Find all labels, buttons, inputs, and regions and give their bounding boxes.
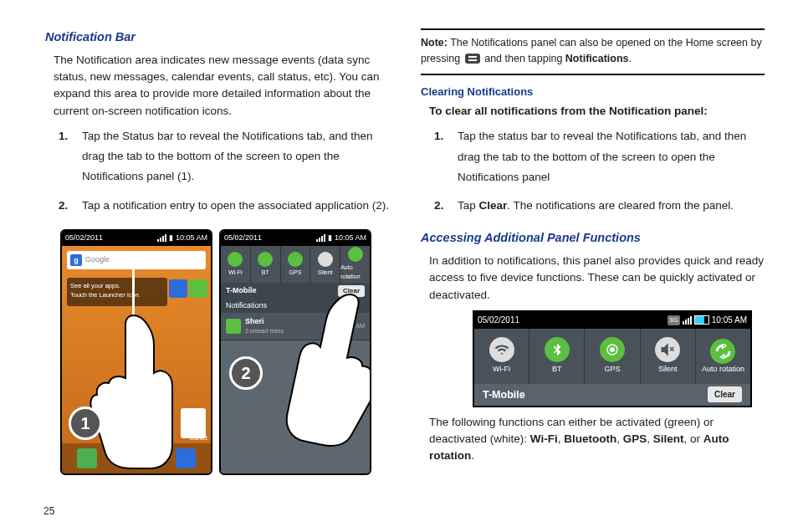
noti-time: 9:27 AM xyxy=(343,322,365,331)
tips-widget: See all your apps. Touch the Launcher ic… xyxy=(67,278,167,306)
toggle-wifi: Wi-Fi xyxy=(474,329,529,384)
home-body: g Google See all your apps. Touch the La… xyxy=(62,246,211,473)
status-date: 05/02/2011 xyxy=(478,314,519,326)
phone-panel: 05/02/2011 ▮ 10:05 AM Wi-Fi BT GPS Silen… xyxy=(219,229,371,475)
phone-home: 05/02/2011 ▮ 10:05 AM g Google See all y… xyxy=(60,229,212,475)
manual-page: Notification Bar The Notification area i… xyxy=(0,0,798,532)
step-number: 1. xyxy=(434,126,443,146)
callout-1: 1 xyxy=(69,407,102,440)
notification-item: Sheri 3 unread mess 9:27 AM xyxy=(221,313,370,340)
message-icon xyxy=(226,319,241,334)
wifi-icon xyxy=(489,337,514,362)
step-text: Tap the Status bar to reveal the Notific… xyxy=(82,130,372,183)
silent-icon xyxy=(655,337,680,362)
signal-icon xyxy=(683,316,692,325)
big-panel-screenshot: 05/02/2011 3G 10:05 AM Wi-Fi BT GPS Sile… xyxy=(473,310,752,407)
quick-toggles: Wi-Fi BT GPS Silent Auto rotation xyxy=(474,329,750,384)
callout-2: 2 xyxy=(229,356,263,390)
step-text: Tap a notification entry to open the ass… xyxy=(82,199,389,212)
panelfn-intro: In addition to notifications, this panel… xyxy=(429,253,765,304)
phone-screenshots: 05/02/2011 ▮ 10:05 AM g Google See all y… xyxy=(60,229,389,475)
heading-clearing: Clearing Notifications xyxy=(421,84,765,100)
app-icon xyxy=(169,279,187,298)
note-box: Note: The Notifications panel can also b… xyxy=(421,28,765,75)
status-icons: ▮ 10:05 AM xyxy=(157,233,207,244)
carrier-name: T-Mobile xyxy=(483,387,525,403)
step-bold: Clear xyxy=(479,199,508,212)
steps-list: 1. Tap the Status bar to reveal the Noti… xyxy=(59,126,389,224)
status-icons: 3G 10:05 AM xyxy=(668,314,747,326)
toggle-gps: GPS xyxy=(281,246,311,283)
status-date: 05/02/2011 xyxy=(65,233,103,244)
step-2: 2. Tap a notification entry to open the … xyxy=(59,196,389,224)
panel-body: Wi-Fi BT GPS Silent Auto rotation T-Mobi… xyxy=(221,246,370,473)
contacts-icon xyxy=(126,448,146,468)
market-label: Market xyxy=(190,434,207,443)
battery-icon: ▮ xyxy=(328,233,332,244)
status-time: 10:05 AM xyxy=(176,233,207,244)
threeg-icon: 3G xyxy=(668,315,680,325)
note-bold: Notifications xyxy=(565,53,629,64)
heading-notification-bar: Notification Bar xyxy=(45,28,389,47)
carrier-row: T-Mobile Clear xyxy=(221,283,370,299)
toggle-rotation: Auto rotation xyxy=(340,246,370,283)
status-date: 05/02/2011 xyxy=(224,233,262,244)
clear-button: Clear xyxy=(708,386,742,402)
phone-icon xyxy=(77,448,97,468)
drag-arrow xyxy=(132,261,135,370)
note-text-b: and then tapping xyxy=(484,53,562,64)
toggle-bt: BT xyxy=(251,246,281,283)
toggle-silent: Silent xyxy=(310,246,340,283)
status-bar: 05/02/2011 3G 10:05 AM xyxy=(474,312,750,329)
toggle-gps: GPS xyxy=(585,329,640,384)
toggle-bt: BT xyxy=(529,329,585,384)
status-icons: ▮ 10:05 AM xyxy=(316,233,366,244)
gps-icon xyxy=(600,337,625,362)
noti-sub: 3 unread mess xyxy=(245,327,339,336)
step-post: . The notifications are cleared from the… xyxy=(507,199,734,212)
apps-icon xyxy=(176,448,196,468)
signal-icon xyxy=(316,234,325,242)
clear-button: Clear xyxy=(338,285,365,297)
left-column: Notification Bar The Notification area i… xyxy=(45,28,399,522)
signal-icon xyxy=(157,234,166,242)
battery-icon: ▮ xyxy=(169,233,173,244)
carrier-row: T-Mobile Clear xyxy=(474,384,750,406)
page-number: 25 xyxy=(43,504,54,519)
rotation-icon xyxy=(710,339,735,364)
toggle-rotation: Auto rotation xyxy=(696,329,750,384)
step-number: 2. xyxy=(59,196,68,216)
clearing-lead: To clear all notifications from the Noti… xyxy=(429,103,765,120)
note-label: Note: xyxy=(421,37,448,49)
clear-step-1: 1. Tap the status bar to reveal the Noti… xyxy=(434,126,765,196)
menu-icon xyxy=(465,54,480,64)
step-pre: Tap xyxy=(458,199,479,212)
noti-title: Sheri xyxy=(245,316,339,328)
status-time: 10:05 AM xyxy=(712,314,747,326)
step-1: 1. Tap the Status bar to reveal the Noti… xyxy=(59,126,389,196)
search-placeholder: Google xyxy=(85,254,110,266)
toggle-silent: Silent xyxy=(641,329,696,384)
status-bar: 05/02/2011 ▮ 10:05 AM xyxy=(221,231,370,246)
intro-text: The Notification area indicates new mess… xyxy=(54,52,389,120)
following-text: The following functions can either be ac… xyxy=(429,414,765,465)
carrier-name: T-Mobile xyxy=(226,285,257,297)
step-number: 1. xyxy=(59,126,68,146)
bluetooth-icon xyxy=(545,337,570,362)
status-bar: 05/02/2011 ▮ 10:05 AM xyxy=(62,231,211,246)
step-text: Tap the status bar to reveal the Notific… xyxy=(458,130,746,183)
step-number: 2. xyxy=(434,196,443,216)
quick-toggles: Wi-Fi BT GPS Silent Auto rotation xyxy=(221,246,370,283)
right-column: Note: The Notifications panel can also b… xyxy=(399,28,765,522)
app-icon xyxy=(189,279,207,298)
battery-icon xyxy=(694,315,709,325)
notifications-header: Notifications xyxy=(221,299,370,313)
google-icon: g xyxy=(70,254,82,266)
svg-point-0 xyxy=(610,347,615,352)
clear-step-2: 2. Tap Clear. The notifications are clea… xyxy=(434,196,765,224)
heading-panel-functions: Accessing Additional Panel Functions xyxy=(421,229,765,248)
status-time: 10:05 AM xyxy=(335,233,366,244)
toggle-wifi: Wi-Fi xyxy=(221,246,251,283)
dock xyxy=(62,443,211,473)
clearing-steps: 1. Tap the status bar to reveal the Noti… xyxy=(434,126,765,224)
